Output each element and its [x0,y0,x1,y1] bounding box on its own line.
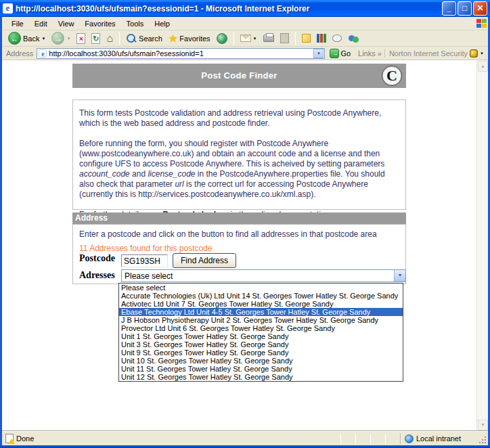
url-dropdown-icon[interactable]: ▼ [313,49,324,58]
links-label: Links [358,49,376,58]
scroll-up-icon[interactable]: ▲ [478,61,488,72]
close-button[interactable]: ✕ [473,1,487,16]
status-text: Done [16,434,34,443]
home-button[interactable]: ⌂ [104,32,115,45]
messenger-button[interactable] [346,33,361,44]
maximize-button[interactable]: □ [458,1,472,16]
norton-toolbar[interactable]: Norton Internet Security ▼ [384,49,485,58]
research-button[interactable] [315,33,328,43]
dropdown-option[interactable]: Unit 11 St. Georges Tower Hatley St. Geo… [119,365,403,373]
menu-favorites[interactable]: Favorites [79,18,120,29]
dropdown-option[interactable]: Please select [119,284,403,292]
find-address-button[interactable]: Find Address [173,253,236,268]
go-label: Go [340,49,351,58]
back-label: Back [23,35,39,43]
brand-logo: C [382,66,402,86]
go-button[interactable]: → Go [328,48,353,59]
print-icon [263,35,274,42]
media-button[interactable] [215,32,229,45]
refresh-button[interactable]: ↻ [89,32,102,45]
address-label: Address [6,49,33,58]
refresh-icon: ↻ [91,33,100,44]
resize-grip[interactable] [485,442,486,443]
links-button[interactable]: Links » [355,49,384,58]
dropdown-option[interactable]: Unit 12 St. Georges Tower Hatley St. Geo… [119,373,403,381]
mail-caret-icon[interactable]: ▼ [253,37,257,41]
status-separator [370,434,371,444]
address-bar: Address e http://localhost:3030/ufs/ufsm… [2,47,488,60]
menu-edit[interactable]: Edit [29,18,53,29]
intro-paragraph-1: This form tests Postcode validation and … [79,108,399,129]
discuss-note-button[interactable] [300,33,313,43]
address-section-header: Address [72,212,406,224]
dropdown-option[interactable]: Ebase Technology Ltd Unit 4-5 St. George… [119,308,403,316]
scroll-down-icon[interactable]: ▼ [478,420,488,430]
norton-caret-icon[interactable]: ▼ [480,51,484,55]
page-header-banner: Post Code Finder C [72,64,406,88]
addresses-select[interactable]: Please select ▼ [121,269,406,282]
back-caret-icon[interactable]: ▼ [41,37,45,41]
dropdown-option[interactable]: J B Hobson Physiotherapy Unit 2 St. Geor… [119,316,403,324]
status-bar: Done Local intranet [2,431,488,445]
postcode-input[interactable] [121,254,168,267]
status-separator [340,434,341,444]
select-dropdown-arrow-icon[interactable]: ▼ [394,270,405,282]
norton-label: Norton Internet Security [389,49,468,58]
standard-toolbar: ← Back ▼ → ▼ × ↻ ⌂ Search ★ Favorites [2,30,488,47]
search-button[interactable]: Search [124,32,164,45]
page-title: Post Code Finder [72,70,406,81]
back-icon: ← [8,32,21,45]
stop-button[interactable]: × [74,32,87,45]
go-arrow-icon: → [330,49,339,58]
dropdown-option[interactable]: Unit 10 St. Georges Tower Hatley St. Geo… [119,357,403,365]
note-icon [302,34,311,43]
address-dropdown-list[interactable]: Please selectAccurate Technologies (Uk) … [118,283,403,382]
url-page-icon: e [39,49,47,58]
toolbar-separator [119,32,120,45]
intro-paragraph-2: Before running the form, you should regi… [79,139,399,200]
discuss-button[interactable] [330,34,344,43]
mail-button[interactable]: ▼ [238,34,259,43]
print-button[interactable] [261,34,276,43]
dropdown-option[interactable]: Activotec Ltd Unit 7 St. Georges Tower H… [119,300,403,308]
title-bar[interactable]: e http://localhost:3030/ufs/ufsmain?eses… [0,0,490,17]
search-label: Search [139,35,162,43]
edit-button[interactable] [278,32,291,44]
favorites-button[interactable]: ★ Favorites [166,32,213,45]
postcode-label: Postcode [79,253,115,264]
page-content: Post Code Finder C This form tests Postc… [2,60,488,431]
stop-icon: × [76,33,85,44]
back-button[interactable]: ← Back ▼ [6,31,47,45]
security-zone: Local intranet [400,433,488,444]
menu-help[interactable]: Help [149,18,175,29]
minimize-button[interactable]: _ [442,1,456,16]
norton-icon [470,49,478,58]
dropdown-option[interactable]: Unit 3 St. Georges Tower Hatley St. Geor… [119,340,403,349]
edit-icon [280,33,289,43]
books-icon [317,34,326,43]
dropdown-option[interactable]: Accurate Technologies (Uk) Ltd Unit 14 S… [119,292,403,300]
dropdown-option[interactable]: Provector Ltd Unit 6 St. Georges Tower H… [119,324,403,332]
addresses-select-value: Please select [122,271,394,281]
dropdown-option[interactable]: Unit 9 St. Georges Tower Hatley St. Geor… [119,349,403,357]
forward-button[interactable]: → ▼ [49,31,72,45]
menu-tools[interactable]: Tools [121,18,150,29]
vertical-scrollbar[interactable]: ▲ ▼ [476,60,488,431]
favorites-star-icon: ★ [169,33,177,44]
speech-bubble-icon [332,35,342,42]
window-border-left [0,17,2,448]
addresses-label: Adresses [79,270,115,281]
url-text[interactable]: http://localhost:3030/ufs/ufsmain?esessi… [49,49,313,58]
window-title: http://localhost:3030/ufs/ufsmain?esessi… [16,4,441,14]
menu-file[interactable]: File [6,18,29,29]
menu-view[interactable]: View [53,18,80,29]
dropdown-option[interactable]: Unit 1 St. Georges Tower Hatley St. Geor… [119,332,403,340]
media-globe-icon [217,33,227,44]
search-icon [126,33,137,44]
page-status-icon [5,434,14,443]
mail-icon [240,35,251,42]
address-form: Enter a postcode and click on the button… [72,224,406,284]
status-left: Done [2,434,340,443]
forward-icon: → [51,32,64,45]
url-input[interactable]: e http://localhost:3030/ufs/ufsmain?eses… [37,48,325,59]
